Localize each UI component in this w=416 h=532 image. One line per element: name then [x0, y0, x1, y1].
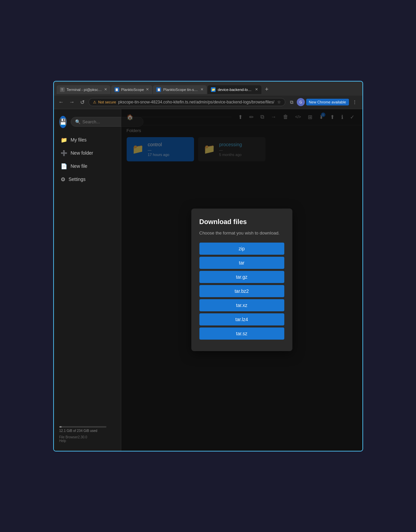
new-file-icon: 📄: [61, 163, 67, 169]
download-tarsz-button[interactable]: tar.sz: [199, 327, 284, 340]
back-button[interactable]: ←: [57, 98, 65, 106]
search-icon: 🔍: [75, 119, 81, 124]
download-tar-button[interactable]: tar: [199, 257, 284, 269]
menu-button[interactable]: ⋮: [350, 98, 359, 106]
modal-overlay[interactable]: Download files Choose the format you wis…: [121, 109, 362, 451]
reload-button[interactable]: ↺: [79, 98, 86, 107]
sidebar: 💾 🔍 📁 My files ➕ New folder 📄 New file ⚙: [54, 109, 121, 451]
modal-title: Download files: [199, 218, 284, 226]
tab-terminal-close[interactable]: ✕: [104, 87, 107, 92]
download-modal: Download files Choose the format you wis…: [191, 209, 292, 351]
address-path: /admin/ps/device-backend-logs/browse/fil…: [195, 100, 274, 104]
download-zip-button[interactable]: zip: [199, 243, 284, 255]
download-tarlz4-button[interactable]: tar.lz4: [199, 313, 284, 325]
address-bar[interactable]: ⚠ Not secure pkscope-tin-snow-48234.coho…: [89, 98, 285, 106]
extensions-button[interactable]: ⧉: [288, 98, 295, 106]
main-content: 🏠 ⬆ ✏ ⧉ → 🗑 </> ⊞ ⬇ 1 ⬆ ℹ ✓ Folders: [121, 109, 362, 451]
modal-description: Choose the format you wish to download.: [199, 230, 284, 237]
browser-omnibox: ← → ↺ ⚠ Not secure pkscope-tin-snow-4823…: [54, 96, 362, 109]
tab-planktoscope2-title: PlanktoScope tin-snow-4...: [163, 88, 198, 92]
address-host: pkscope-tin-snow-48234.coho-kitefin.ts.n…: [118, 100, 195, 104]
storage-bar-fill: [59, 426, 62, 428]
storage-bar: [59, 426, 106, 428]
sidebar-bottom: 12.1 GiB of 234 GiB used File Browser2.3…: [54, 422, 121, 447]
tab-device-backend-title: device-backend-logs - Fi...: [218, 88, 253, 92]
download-targz-button[interactable]: tar.gz: [199, 271, 284, 283]
new-chrome-button[interactable]: New Chrome available: [306, 99, 349, 105]
sidebar-item-new-file[interactable]: 📄 New file: [55, 160, 120, 173]
sidebar-item-new-folder[interactable]: ➕ New folder: [55, 147, 120, 160]
star-icon[interactable]: ☆: [277, 100, 281, 104]
tab-terminal[interactable]: T Terminal - pi@pkscope-ti... ✕: [57, 85, 110, 94]
sidebar-new-file-label: New file: [71, 163, 88, 169]
tab-device-backend[interactable]: 📁 device-backend-logs - Fi... ✕: [207, 85, 261, 94]
new-tab-button[interactable]: +: [262, 85, 271, 94]
browser-window: T Terminal - pi@pkscope-ti... ✕ 📋 Plankt…: [53, 81, 363, 451]
download-tarbz2-button[interactable]: tar.bz2: [199, 285, 284, 297]
app-logo-icon: 💾: [59, 116, 67, 128]
tab-planktoscope[interactable]: 📋 PlanktoScope ✕: [111, 85, 153, 94]
browser-actions: ⧉ G New Chrome available ⋮: [288, 98, 359, 106]
sidebar-new-folder-label: New folder: [71, 150, 93, 156]
tab-planktoscope-title: PlanktoScope: [121, 88, 144, 92]
security-label: Not secure: [98, 100, 116, 104]
app-container: 💾 🔍 📁 My files ➕ New folder 📄 New file ⚙: [54, 109, 362, 451]
new-folder-icon: ➕: [61, 150, 67, 156]
sidebar-settings-label: Settings: [69, 177, 86, 182]
version-text: File Browser2.30.0: [59, 435, 116, 439]
sidebar-item-settings[interactable]: ⚙ Settings: [55, 173, 120, 186]
tab-terminal-title: Terminal - pi@pkscope-ti...: [67, 88, 102, 92]
sidebar-my-files-label: My files: [71, 137, 87, 143]
tab-device-backend-close[interactable]: ✕: [255, 87, 258, 92]
tab-planktoscope-close[interactable]: ✕: [146, 87, 149, 92]
sidebar-item-my-files[interactable]: 📁 My files: [55, 133, 120, 147]
address-text: pkscope-tin-snow-48234.coho-kitefin.ts.n…: [118, 100, 275, 104]
storage-bar-container: 12.1 GiB of 234 GiB used: [59, 426, 116, 433]
storage-text: 12.1 GiB of 234 GiB used: [59, 429, 116, 433]
avatar: G: [297, 98, 305, 106]
security-icon: ⚠: [93, 100, 96, 104]
help-link[interactable]: Help: [59, 439, 116, 443]
browser-tabs-bar: T Terminal - pi@pkscope-ti... ✕ 📋 Plankt…: [54, 82, 362, 96]
folder-icon: 📁: [61, 137, 67, 143]
settings-icon: ⚙: [61, 176, 65, 183]
sidebar-logo: 💾 🔍: [54, 113, 121, 131]
download-tarxz-button[interactable]: tar.xz: [199, 299, 284, 311]
tab-planktoscope2-close[interactable]: ✕: [200, 87, 203, 92]
forward-button[interactable]: →: [68, 98, 76, 106]
tab-planktoscope2[interactable]: 📋 PlanktoScope tin-snow-4... ✕: [153, 85, 207, 94]
